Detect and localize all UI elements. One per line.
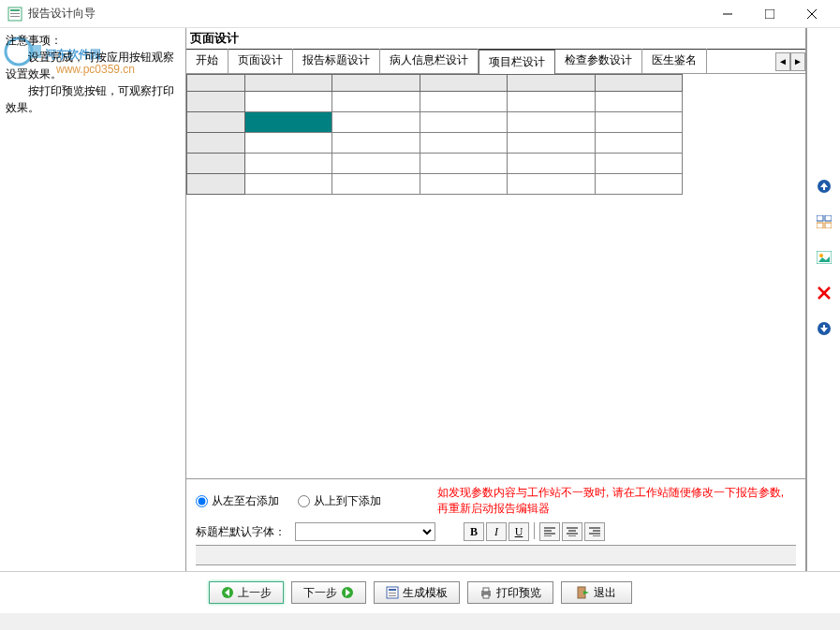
svg-rect-38 [389,593,396,593]
col-header-1[interactable] [245,75,332,92]
grid-cell[interactable] [245,133,332,154]
svg-rect-41 [483,588,489,592]
next-button[interactable]: 下一步 [291,581,366,604]
grid-cell[interactable] [508,174,596,195]
grid-cell[interactable] [508,133,596,154]
svg-point-30 [819,254,823,257]
grid-cell[interactable] [332,133,420,154]
svg-rect-1 [10,9,20,11]
italic-button[interactable]: I [486,522,507,541]
format-toolbar: B I U [464,522,605,541]
split-button[interactable] [816,213,833,230]
svg-rect-39 [389,595,396,596]
tab-3[interactable]: 病人信息栏设计 [380,49,479,74]
move-up-button[interactable] [816,178,833,195]
grid-cell[interactable] [508,92,596,112]
grid-cell[interactable] [187,112,245,133]
right-toolbar [806,28,840,571]
section-title: 页面设计 [186,28,805,50]
grid-cell[interactable] [420,174,508,195]
button-bar: 上一步 下一步 生成模板 打印预览 退出 [0,571,840,613]
grid-cell[interactable] [245,174,332,195]
grid-cell[interactable] [596,154,683,174]
grid-cell[interactable] [596,174,683,195]
underline-button[interactable]: U [508,522,529,541]
maximize-button[interactable] [748,1,790,27]
tab-1[interactable]: 页面设计 [228,49,293,74]
grid-cell[interactable] [508,112,596,133]
grid-cell[interactable] [187,92,245,112]
toolbar-separator [196,545,796,565]
radio-left-to-right[interactable]: 从左至右添加 [196,493,279,509]
grid-cell[interactable] [420,154,508,174]
tab-4[interactable]: 项目栏设计 [479,50,555,74]
grid-cell[interactable] [420,112,508,133]
exit-button[interactable]: 退出 [561,581,632,604]
grid-cell[interactable] [187,174,245,195]
bold-button[interactable]: B [464,522,484,541]
radio-ttb-input[interactable] [298,495,310,507]
grid-cell[interactable] [245,112,332,133]
align-right-button[interactable] [584,522,605,541]
print-preview-button[interactable]: 打印预览 [467,581,553,604]
font-label: 标题栏默认字体： [196,524,286,540]
titlebar: 报告设计向导 [0,0,840,28]
grid-cell[interactable] [508,154,596,174]
window-title: 报告设计向导 [28,6,706,22]
grid-cell[interactable] [332,112,420,133]
tab-2[interactable]: 报告标题设计 [293,49,380,74]
editor-area[interactable] [186,74,805,478]
tab-scroll-right[interactable]: ► [790,52,805,71]
grid-cell[interactable] [332,154,420,174]
col-header-4[interactable] [508,75,596,92]
design-grid[interactable] [186,74,683,195]
grid-cell[interactable] [420,133,508,154]
tab-0[interactable]: 开始 [186,49,228,74]
separator [534,522,535,539]
image-button[interactable] [816,249,833,266]
delete-button[interactable] [816,285,833,301]
svg-rect-37 [389,589,396,591]
grid-cell[interactable] [596,112,683,133]
grid-cell[interactable] [332,92,420,112]
minimize-button[interactable] [706,1,748,27]
col-header-0[interactable] [187,75,245,92]
radio-ltr-input[interactable] [196,495,208,507]
grid-cell[interactable] [596,92,683,112]
tab-5[interactable]: 检查参数设计 [555,49,642,74]
svg-rect-27 [817,223,823,228]
move-down-button[interactable] [816,320,833,337]
prev-button[interactable]: 上一步 [209,581,284,604]
grid-cell[interactable] [596,133,683,154]
grid-cell[interactable] [245,92,332,112]
warning-text: 如发现参数内容与工作站不一致时, 请在工作站随便修改一下报告参数, 再重新启动报… [437,485,796,517]
grid-cell[interactable] [420,92,508,112]
bottom-panel: 从左至右添加 从上到下添加 如发现参数内容与工作站不一致时, 请在工作站随便修改… [186,478,805,571]
grid-cell[interactable] [187,133,245,154]
tab-bar: 开始页面设计报告标题设计病人信息栏设计项目栏设计检查参数设计医生鉴名 ◄ ► [186,50,805,74]
svg-rect-28 [825,223,832,228]
col-header-2[interactable] [332,75,420,92]
font-select[interactable] [295,522,435,541]
svg-rect-5 [765,9,774,19]
grid-cell[interactable] [187,154,245,174]
tab-scroll-left[interactable]: ◄ [775,52,790,71]
align-left-button[interactable] [539,522,560,541]
grid-cell[interactable] [332,174,420,195]
radio-top-to-bottom[interactable]: 从上到下添加 [298,493,381,509]
svg-rect-3 [10,16,20,17]
svg-rect-42 [483,594,489,598]
col-header-5[interactable] [596,75,683,92]
tab-6[interactable]: 医生鉴名 [642,49,707,74]
close-button[interactable] [790,1,833,27]
grid-cell[interactable] [245,154,332,174]
content-area: 页面设计 开始页面设计报告标题设计病人信息栏设计项目栏设计检查参数设计医生鉴名 … [185,28,806,571]
generate-template-button[interactable]: 生成模板 [374,581,460,604]
svg-rect-26 [825,215,832,221]
svg-rect-25 [817,215,823,221]
sidebar-text: 注意事项： 设置完成，可按应用按钮观察设置效果。 按打印预览按钮，可观察打印效果… [6,32,180,116]
app-icon [7,7,22,22]
col-header-3[interactable] [420,75,508,92]
sidebar: 河东软件园 www.pc0359.cn 注意事项： 设置完成，可按应用按钮观察设… [0,28,185,571]
align-center-button[interactable] [562,522,582,541]
